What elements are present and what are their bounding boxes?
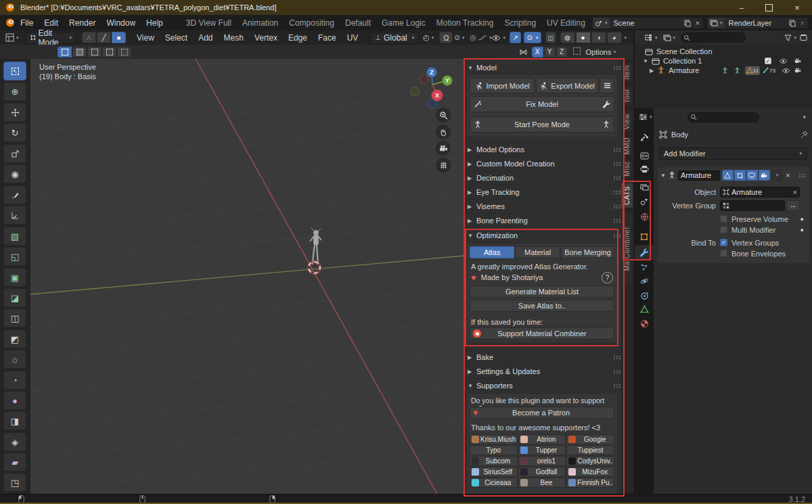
- shading-rendered-button[interactable]: ◕: [607, 32, 622, 43]
- tab-particle-properties[interactable]: [637, 260, 652, 275]
- render-layer-unlink-icon[interactable]: ×: [797, 19, 808, 27]
- properties-search[interactable]: [687, 112, 759, 122]
- section-supporters-header[interactable]: ▼Supporters: [464, 378, 621, 392]
- bone-envelopes-checkbox[interactable]: [720, 250, 727, 257]
- scene-copy-icon[interactable]: [683, 20, 692, 27]
- menu-render[interactable]: Render: [64, 18, 101, 28]
- tab-material-properties[interactable]: [637, 316, 652, 331]
- drag-grip-icon[interactable]: [613, 147, 621, 152]
- multi-modifier-checkbox[interactable]: [720, 226, 727, 233]
- invert-vertex-group-button[interactable]: ↔: [786, 200, 800, 211]
- generate-material-list-button[interactable]: Generate Material List: [470, 285, 614, 298]
- supporter-cell[interactable]: Cicieaaa: [470, 478, 518, 488]
- disable-render-camera-icon[interactable]: [793, 67, 803, 74]
- viewport-menu-face[interactable]: Face: [313, 33, 342, 43]
- viewport-menu-edge[interactable]: Edge: [283, 33, 313, 43]
- drag-grip-icon[interactable]: [613, 204, 621, 209]
- new-collection-button[interactable]: [799, 34, 809, 41]
- side-tab-tool[interactable]: Tool: [621, 86, 633, 107]
- outliner-filter-mode-selector[interactable]: ▾: [663, 34, 676, 42]
- tab-object-properties[interactable]: [637, 229, 652, 244]
- tab-view-layer-properties[interactable]: [637, 180, 652, 195]
- drag-grip-icon[interactable]: [613, 233, 621, 238]
- tool-rotate[interactable]: ↻: [3, 123, 26, 142]
- disable-render-camera-icon[interactable]: [793, 58, 803, 64]
- side-tab-misc[interactable]: Misc: [621, 160, 633, 178]
- transform-orientation-selector[interactable]: ⊥ Global▾: [370, 32, 419, 44]
- gizmo-x-label[interactable]: X: [435, 92, 439, 99]
- side-tab-cats[interactable]: CATS: [621, 183, 633, 208]
- menu-help[interactable]: Help: [141, 18, 168, 28]
- mesh-data-badge[interactable]: 11: [745, 66, 760, 75]
- tool-add-cube[interactable]: ▧: [3, 227, 26, 246]
- pivot-point-selector[interactable]: ◴▾: [423, 33, 434, 42]
- add-modifier-dropdown[interactable]: Add Modifier ▾: [658, 147, 807, 160]
- editor-type-selector[interactable]: ▾: [5, 33, 19, 42]
- drag-grip-icon[interactable]: [613, 369, 621, 374]
- modifier-expand-icon[interactable]: ▼: [660, 173, 666, 179]
- outliner-search-input[interactable]: [692, 33, 742, 42]
- tool-shear[interactable]: ▰: [3, 453, 26, 472]
- viewport-menu-uv[interactable]: UV: [342, 33, 364, 43]
- scene-selector[interactable]: ▾ Scene ×: [592, 17, 704, 29]
- supporter-cell[interactable]: Googie: [566, 434, 614, 444]
- collection-checkbox[interactable]: ✓: [765, 58, 771, 64]
- blender-app-icon[interactable]: [5, 18, 15, 28]
- tab-material[interactable]: Material: [515, 246, 560, 258]
- options-dropdown[interactable]: Options▾: [586, 48, 616, 56]
- viewport-menu-vertex[interactable]: Vertex: [249, 33, 283, 43]
- model-menu-button[interactable]: [600, 78, 614, 93]
- gizmo-y-label[interactable]: Y: [445, 77, 449, 84]
- select-mode-extend-button[interactable]: [72, 47, 87, 58]
- xray-toggle-button[interactable]: ◫: [545, 32, 556, 43]
- supporter-cell[interactable]: Finnish Pu...: [566, 478, 614, 488]
- drag-grip-icon[interactable]: [613, 384, 621, 388]
- supporter-cell[interactable]: Godfall: [518, 467, 566, 477]
- section-optimization-header[interactable]: ▼Optimization: [464, 228, 621, 242]
- side-tab-mmd[interactable]: MMD: [621, 136, 633, 156]
- viewport-menu-mesh[interactable]: Mesh: [219, 33, 249, 43]
- proportional-edit-icon[interactable]: ◎: [470, 33, 476, 42]
- drag-grip-icon[interactable]: [613, 162, 621, 166]
- snap-toggle-magnet-icon[interactable]: Ω: [439, 32, 453, 43]
- visibility-dropdown[interactable]: ▾: [491, 35, 505, 41]
- tool-move[interactable]: [3, 103, 26, 122]
- tool-transform[interactable]: ◉: [3, 164, 26, 183]
- section-custom-model-creation[interactable]: ▶Custom Model Creation: [464, 156, 621, 170]
- drag-grip-icon[interactable]: [613, 176, 621, 181]
- breadcrumb-object-name[interactable]: Body: [671, 131, 688, 139]
- tool-scale[interactable]: [3, 144, 26, 163]
- toggle-edit-mode[interactable]: [734, 170, 746, 181]
- vertex-groups-checkbox[interactable]: ✓: [720, 239, 727, 246]
- tool-extrude-region[interactable]: ◱: [3, 247, 26, 266]
- shading-solid-button[interactable]: ●: [576, 32, 591, 43]
- supporter-cell[interactable]: Krisu.Miushy: [470, 434, 518, 444]
- tab-modifier-properties[interactable]: [635, 245, 654, 260]
- workspace-tab-scripting[interactable]: Scripting: [499, 17, 541, 29]
- camera-view-button[interactable]: [436, 141, 451, 156]
- viewport-3d[interactable]: User Perspective (19) Body : Basis: [30, 59, 464, 494]
- render-layer-copy-icon[interactable]: [788, 20, 797, 27]
- export-model-button[interactable]: Export Model: [536, 78, 598, 93]
- viewport-menu-view[interactable]: View: [131, 33, 160, 43]
- edge-select-button[interactable]: ╱: [97, 32, 111, 43]
- falloff-selector[interactable]: ▾: [478, 35, 492, 41]
- toggle-render[interactable]: [759, 170, 770, 181]
- tab-atlas[interactable]: Atlas: [470, 246, 514, 258]
- preserve-volume-checkbox[interactable]: [720, 215, 727, 223]
- tab-object-data-properties[interactable]: [637, 302, 652, 317]
- viewport-menu-select[interactable]: Select: [160, 33, 193, 43]
- workspace-tab-uv-editing[interactable]: UV Editing: [541, 17, 591, 29]
- supporter-cell[interactable]: MizuFox: [566, 467, 614, 477]
- properties-options-chevron[interactable]: ▾: [803, 114, 806, 120]
- drag-grip-icon[interactable]: [613, 219, 621, 223]
- render-layer-name[interactable]: RenderLayer: [729, 19, 788, 27]
- section-bake[interactable]: ▶Bake: [464, 350, 621, 364]
- toggle-realtime[interactable]: [746, 170, 758, 181]
- section-settings-updates[interactable]: ▶Settings & Updates: [464, 364, 621, 378]
- import-model-button[interactable]: Import Model: [470, 78, 535, 93]
- modifier-drag-grip-icon[interactable]: [798, 173, 807, 178]
- section-model-header[interactable]: ▼Model: [464, 61, 621, 74]
- start-pose-mode-button[interactable]: Start Pose Mode: [470, 116, 614, 133]
- animate-dot-icon[interactable]: ●: [800, 216, 804, 223]
